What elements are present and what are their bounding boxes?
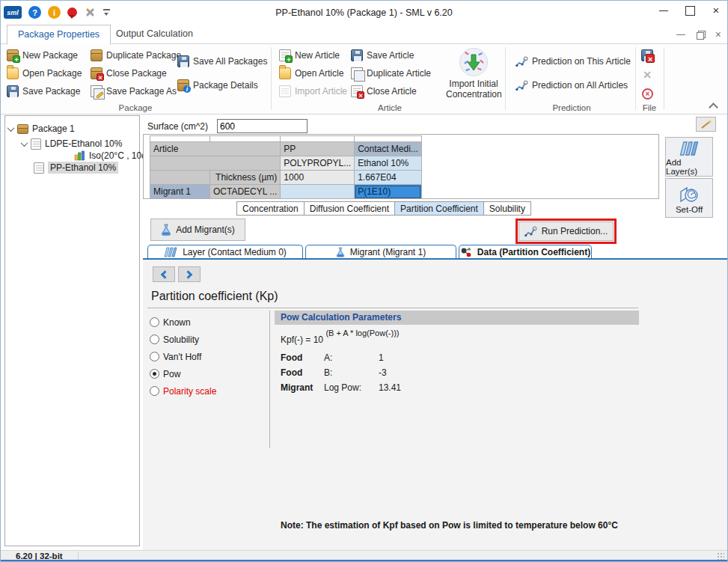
next-button[interactable] (178, 266, 201, 282)
save-all-packages-button[interactable]: Save All Packages (177, 55, 267, 68)
package-details-button[interactable]: i Package Details (177, 79, 258, 92)
new-package-button[interactable]: + New Package (7, 49, 78, 62)
tab-migrant[interactable]: Migrant (Migrant 1) (305, 245, 456, 258)
grid-thickness-label: Thickness (µm) (210, 171, 281, 185)
mdi-restore-button[interactable] (696, 30, 706, 40)
param-value: 13.41 (379, 382, 401, 393)
prediction-this-article-button[interactable]: Prediction on This Article (516, 55, 631, 68)
article-icon (34, 162, 44, 174)
bar-chart-icon (74, 150, 85, 161)
tab-output-calculation[interactable]: Output Calculation (105, 25, 204, 44)
duplicate-article-button[interactable]: Duplicate Article (351, 67, 431, 80)
radio-solubility[interactable]: Solubility (150, 334, 199, 345)
grid-contact-header[interactable]: Contact Medi... (355, 142, 422, 156)
radio-pow[interactable]: Pow (150, 368, 180, 379)
limitation-note: Note: The estimation of Kpf based on Pow… (281, 520, 618, 531)
grid-layer-header[interactable]: PP (281, 142, 355, 156)
import-initial-concentration-button[interactable]: Import Initial Concentration (446, 46, 501, 105)
open-article-button[interactable]: Open Article (279, 67, 343, 80)
duplicate-package-icon (91, 49, 103, 61)
tab-data[interactable]: Data (Partition Coefficient) (459, 245, 592, 258)
property-tab-strip: Concentration Diffusion Coefficient Part… (236, 201, 531, 216)
param-row: Food B: -3 (281, 367, 387, 378)
window-title: PP-Ethanol 10% (Package 1) - SML v 6.20 (1, 7, 727, 18)
add-migrants-button[interactable]: Add Migrant(s) (150, 219, 245, 241)
collapse-ribbon-icon[interactable] (709, 103, 718, 112)
radio-icon[interactable] (150, 317, 159, 327)
grid-article-header[interactable]: Article (150, 142, 281, 156)
layers-icon (164, 247, 177, 257)
heading-rule (147, 308, 638, 308)
tab-partition-coefficient[interactable]: Partition Coefficient (395, 201, 484, 216)
prediction-group-label: Prediction (552, 103, 590, 112)
grid-contact-material[interactable]: Ethanol 10% (355, 156, 422, 171)
chevron-left-icon (161, 270, 169, 278)
cancel-file-button[interactable]: × (642, 87, 653, 100)
duplicate-article-icon (351, 67, 363, 79)
param-value: -3 (379, 367, 387, 378)
radio-icon[interactable] (150, 386, 159, 396)
delete-file-button[interactable]: × (641, 49, 653, 62)
ribbon-tab-row: Package Properties Output Calculation × (1, 25, 727, 44)
chevron-right-icon (184, 270, 192, 278)
open-article-folder-icon (279, 67, 291, 79)
tree-item-pp-article[interactable]: PP-Ethanol 10% (34, 161, 118, 174)
prediction-all-articles-button[interactable]: Prediction on All Articles (516, 79, 628, 92)
run-prediction-button[interactable]: Run Prediction... (519, 222, 614, 241)
delete-file-icon: × (641, 49, 653, 61)
tree-item-package[interactable]: Package 1 (8, 122, 75, 135)
grid-layer-material[interactable]: POLYPROPYL... (281, 156, 355, 171)
main-area: Package 1 LDPE-Ethanol 10% Iso(20°C , 10… (1, 114, 727, 552)
magic-wand-icon (700, 119, 713, 129)
radio-polarity-scale[interactable]: Polarity scale (150, 385, 216, 397)
save-package-as-button[interactable]: Save Package As (91, 85, 177, 98)
expander-icon[interactable] (7, 124, 15, 132)
formula-exponent: (B + A * log(Pow(-))) (325, 329, 399, 337)
open-package-button[interactable]: Open Package (7, 67, 82, 80)
mdi-minimize-button[interactable] (676, 29, 686, 40)
group-separator (505, 47, 506, 110)
minimize-button[interactable] (658, 5, 669, 16)
pow-parameters-header: Pow Calculation Parameters (275, 311, 639, 325)
tab-diffusion-coefficient[interactable]: Diffusion Coefficient (305, 201, 395, 216)
save-article-button[interactable]: Save Article (351, 49, 414, 62)
tab-layer[interactable]: Layer (Contact Medium 0) (147, 245, 303, 258)
grid-layer-thickness[interactable]: 1000 (281, 171, 355, 185)
add-layers-button[interactable]: Add Layer(s) (665, 137, 713, 177)
save-package-button[interactable]: Save Package (7, 85, 80, 98)
tab-concentration[interactable]: Concentration (236, 201, 305, 216)
surface-label: Surface (cm^2) (147, 121, 208, 132)
surface-input[interactable] (217, 119, 308, 133)
import-article-icon (279, 85, 291, 97)
radio-icon[interactable] (150, 335, 159, 344)
section-heading: Partition coefficient (Kp) (151, 290, 278, 303)
duplicate-package-button[interactable]: Duplicate Package (91, 49, 181, 62)
import-article-button: Import Article (279, 85, 347, 98)
previous-button[interactable] (153, 266, 175, 282)
prediction-chart-icon (524, 226, 537, 237)
expander-icon[interactable] (21, 139, 28, 147)
grid-migrant-name[interactable]: Migrant 1 (150, 185, 210, 199)
radio-icon[interactable] (150, 352, 159, 361)
grid-selected-cell[interactable]: P(1E10) (355, 185, 422, 199)
grid-migrant-substance[interactable]: OCTADECYL ... (210, 185, 281, 199)
maximize-button[interactable] (685, 5, 695, 16)
new-article-button[interactable]: + New Article (279, 49, 340, 62)
tab-solubility[interactable]: Solubility (484, 201, 531, 216)
wizard-button[interactable] (696, 117, 716, 132)
tab-package-properties[interactable]: Package Properties (7, 25, 111, 45)
radio-vant-hoff[interactable]: Van't Hoff (150, 351, 201, 362)
flask-icon (336, 247, 345, 257)
close-button[interactable]: × (711, 5, 721, 16)
radio-known[interactable]: Known (150, 317, 191, 328)
mdi-close-button[interactable]: × (715, 30, 721, 39)
set-off-button[interactable]: Set-Off (665, 178, 713, 218)
grid-contact-thickness[interactable]: 1.667E04 (355, 171, 422, 185)
close-package-button[interactable]: × Close Package (91, 67, 167, 80)
resize-grip[interactable] (717, 552, 724, 560)
close-package-icon: × (91, 67, 103, 79)
prediction-chart-icon (516, 80, 528, 91)
flask-icon (161, 224, 171, 236)
radio-selected-icon[interactable] (150, 369, 159, 379)
close-article-button[interactable]: × Close Article (351, 85, 417, 98)
